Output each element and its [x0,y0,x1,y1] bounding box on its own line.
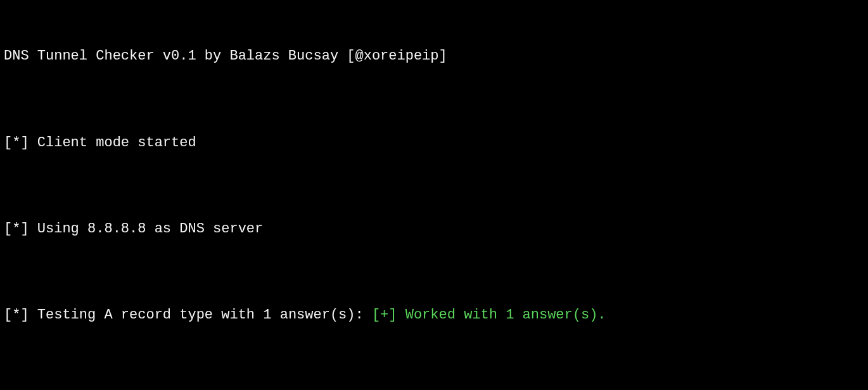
terminal-output: DNS Tunnel Checker v0.1 by Balazs Bucsay… [0,0,868,390]
program-header: DNS Tunnel Checker v0.1 by Balazs Bucsay… [4,48,447,64]
client-mode-line: Client mode started [37,135,196,151]
test-a-line: Testing A record type with 1 answer(s): [37,307,372,323]
info-marker: [*] [4,135,29,151]
info-marker: [*] [4,307,29,323]
blank-line [4,370,864,390]
info-marker: [*] [4,221,29,237]
good-marker: [+] [372,307,397,323]
dns-server-line: Using 8.8.8.8 as DNS server [37,221,263,237]
test-a-result: Worked with 1 answer(s). [397,307,606,323]
